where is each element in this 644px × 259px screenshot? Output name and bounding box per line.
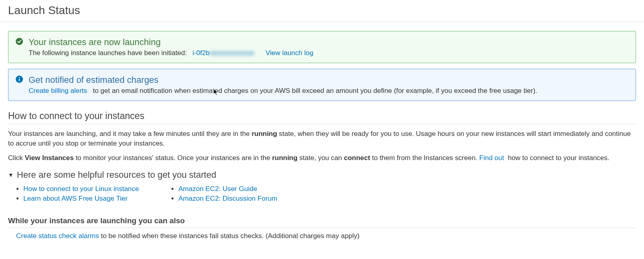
list-item: Amazon EC2: Discussion Forum	[178, 195, 277, 203]
create-status-alarms-link[interactable]: Create status check alarms	[16, 232, 99, 240]
alert-info-rest: to get an email notification when estima…	[93, 87, 537, 95]
resource-link[interactable]: How to connect to your Linux instance	[23, 185, 139, 193]
resources-links: How to connect to your Linux instance Le…	[8, 183, 636, 204]
list-item: Learn about AWS Free Usage Tier	[23, 195, 139, 203]
alert-success-text: The following instance launches have bee…	[29, 49, 628, 57]
create-billing-alerts-link[interactable]: Create billing alerts	[29, 87, 87, 95]
connect-paragraph-2: Click View Instances to monitor your ins…	[8, 153, 636, 163]
resources-heading: Here are some helpful resources to get y…	[17, 170, 216, 180]
also-heading: While your instances are launching you c…	[8, 216, 636, 228]
alert-info-text: Create billing alerts to get an email no…	[29, 87, 628, 95]
alert-success-title: Your instances are now launching	[29, 37, 628, 47]
check-circle-icon	[16, 38, 23, 45]
list-item: How to connect to your Linux instance	[23, 185, 139, 193]
resource-link[interactable]: Amazon EC2: User Guide	[178, 185, 257, 193]
svg-point-0	[16, 38, 23, 45]
alert-info-title: Get notified of estimated charges	[29, 75, 628, 85]
launch-prefix: The following instance launches have bee…	[29, 49, 187, 57]
caret-down-icon: ▼	[8, 172, 14, 178]
page-title: Launch Status	[0, 0, 644, 22]
view-launch-log-link[interactable]: View launch log	[266, 49, 314, 57]
also-line-1: Create status check alarms to be notifie…	[16, 232, 636, 240]
resource-link[interactable]: Amazon EC2: Discussion Forum	[178, 195, 277, 202]
list-item: Amazon EC2: User Guide	[178, 185, 277, 193]
alert-info: Get notified of estimated charges Create…	[8, 69, 636, 101]
resources-expander[interactable]: ▼ Here are some helpful resources to get…	[8, 170, 636, 180]
connect-heading: How to connect to your instances	[8, 111, 636, 124]
alert-success: Your instances are now launching The fol…	[8, 31, 636, 63]
resource-link[interactable]: Learn about AWS Free Usage Tier	[23, 195, 128, 202]
connect-paragraph-1: Your instances are launching, and it may…	[8, 129, 636, 148]
find-out-link[interactable]: Find out	[479, 154, 504, 162]
info-circle-icon	[16, 76, 23, 83]
svg-rect-2	[19, 79, 20, 81]
svg-point-3	[19, 77, 20, 78]
instance-id-link[interactable]: i-0f2bxxxxxxxxxxxxx	[192, 49, 254, 57]
